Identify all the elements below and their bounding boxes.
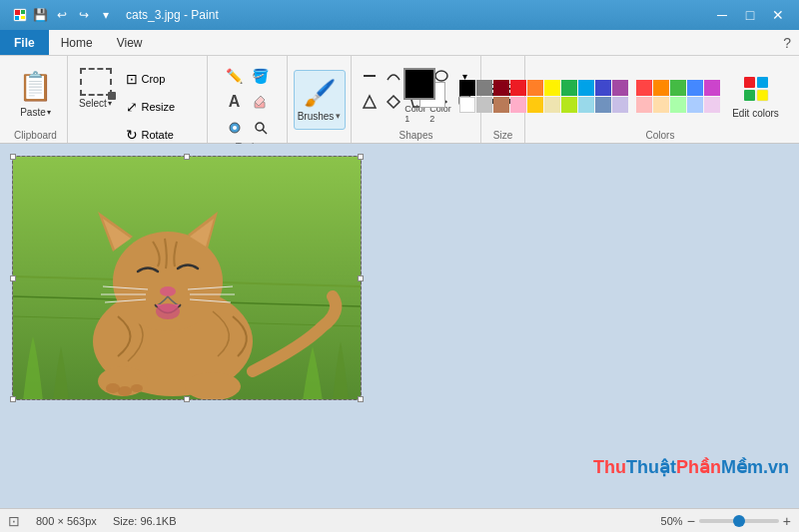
minimize-btn[interactable]: ─ [709,4,735,26]
canvas-area[interactable]: ThuThuậtPhầnMềm.vn [0,144,799,508]
select-btn[interactable]: Select ▾ [74,62,118,114]
color-ext6[interactable] [636,97,652,113]
undo-btn[interactable]: ↩ [52,5,72,25]
watermark-vn: .vn [763,457,789,477]
clipboard-label: Clipboard [10,128,61,143]
color-steelblue[interactable] [595,97,611,113]
zoom-thumb [733,515,745,527]
curve-shape-btn[interactable] [382,64,405,88]
status-frame-icon-section: ⊡ [8,513,20,529]
color-indigo[interactable] [595,80,611,96]
color-picker-btn[interactable] [223,116,247,140]
status-right: 50% − + [661,513,791,529]
zoom-minus-btn[interactable]: − [687,513,695,529]
status-dimensions-section: 800 × 563px [36,515,97,527]
color-lime[interactable] [561,97,577,113]
rotate-icon: ↻ [126,127,138,143]
color-purple[interactable] [612,80,628,96]
eraser-btn[interactable] [249,90,273,114]
palette-row-2 [459,97,628,113]
diamond-shape-btn[interactable] [382,90,405,114]
color-ext5[interactable] [704,80,720,96]
view-menu[interactable]: View [105,30,155,55]
color-ext10[interactable] [704,97,720,113]
svg-rect-3 [15,16,19,20]
color-orange[interactable] [527,80,543,96]
help-btn[interactable]: ? [775,30,799,55]
color-gray[interactable] [476,80,492,96]
line-shape-btn[interactable] [358,64,382,88]
color-brown[interactable] [493,97,509,113]
status-left: ⊡ 800 × 563px Size: 96.1KB [8,513,645,529]
color-white[interactable] [459,97,475,113]
frame-icon: ⊡ [8,513,20,529]
close-btn[interactable]: ✕ [765,4,791,26]
svg-point-43 [106,383,120,393]
maximize-btn[interactable]: □ [737,4,763,26]
palette-row-4 [636,97,720,113]
canvas-image[interactable] [12,156,362,400]
brushes-group-label [294,139,345,143]
triangle-shape-btn[interactable] [358,90,382,114]
color-ext4[interactable] [687,80,703,96]
color-ext2[interactable] [653,80,669,96]
svg-point-34 [156,303,180,319]
svg-point-9 [256,123,264,131]
ribbon: 📋 Paste ▾ Clipboard Select ▾ [0,56,799,144]
resize-btn[interactable]: ⤢ Resize [122,94,202,120]
save-quick-btn[interactable]: 💾 [30,5,50,25]
fill-btn[interactable]: 🪣 [249,64,273,88]
color-blue[interactable] [578,80,594,96]
select-arrow-icon: ▾ [108,99,112,108]
color-black[interactable] [459,80,475,96]
paste-btn[interactable]: 📋 Paste ▾ [10,64,62,124]
redo-btn[interactable]: ↪ [74,5,94,25]
crop-btn[interactable]: ⊡ Crop [122,66,202,92]
color-red[interactable] [510,80,526,96]
color-pink[interactable] [510,97,526,113]
tools-group: ✏️ 🪣 A Tools [208,56,288,143]
status-bar: ⊡ 800 × 563px Size: 96.1KB 50% − + [0,508,799,532]
color-ext8[interactable] [670,97,686,113]
pencil-btn[interactable]: ✏️ [223,64,247,88]
color-ext1[interactable] [636,80,652,96]
color-gold[interactable] [527,97,543,113]
home-menu[interactable]: Home [49,30,105,55]
color-ext7[interactable] [653,97,669,113]
main-body: ThuThuậtPhầnMềm.vn [0,144,799,508]
color-skyblue[interactable] [578,97,594,113]
file-menu[interactable]: File [0,30,49,55]
zoom-tool-btn[interactable] [249,116,273,140]
resize-label: Resize [142,101,176,113]
color-lightyellow[interactable] [544,97,560,113]
edit-colors-btn[interactable]: Edit colors [726,66,786,126]
select-label: Select [79,98,107,109]
shapes-label: Shapes [358,128,474,143]
color-lightgray[interactable] [476,97,492,113]
zoom-plus-btn[interactable]: + [783,513,791,529]
color-ext3[interactable] [670,80,686,96]
qa-dropdown-btn[interactable]: ▾ [96,5,116,25]
color1-swatch[interactable] [403,68,435,100]
brushes-btn[interactable]: 🖌️ Brushes ▾ [294,70,346,130]
color-yellow[interactable] [544,80,560,96]
svg-point-8 [233,126,237,130]
color-ext9[interactable] [687,97,703,113]
colors-group: Color1 Color2 [525,56,795,143]
quick-access-toolbar: 💾 ↩ ↪ ▾ [8,5,120,25]
paste-icon: 📋 [18,70,53,103]
svg-rect-4 [21,16,25,19]
color-lavender[interactable] [612,97,628,113]
text-btn[interactable]: A [223,90,247,114]
zoom-percent: 50% [661,515,683,527]
edit-paint3d-btn[interactable]: Edit with Paint 3D [792,66,800,126]
zoom-slider-wrap: 50% − + [661,513,791,529]
watermark-thuat: Thuật [626,457,676,477]
svg-marker-14 [364,96,376,108]
svg-rect-2 [21,10,25,14]
crop-label: Crop [142,73,166,85]
colors-label: Colors [531,128,789,143]
color-green[interactable] [561,80,577,96]
color-darkred[interactable] [493,80,509,96]
zoom-track[interactable] [699,519,779,523]
